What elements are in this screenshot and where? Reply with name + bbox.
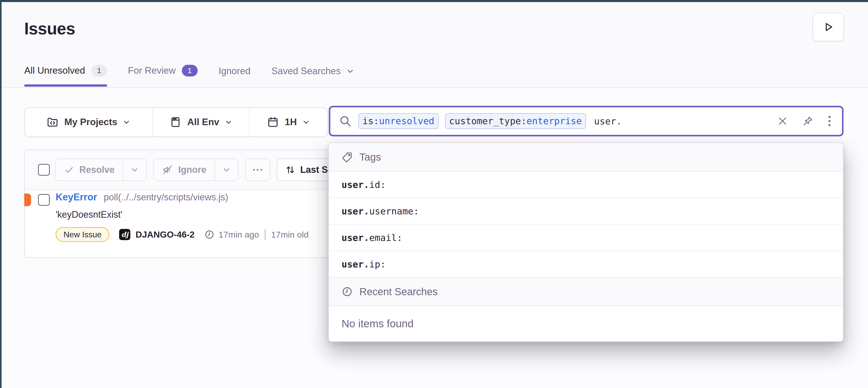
tab-label: Saved Searches (271, 66, 341, 76)
chevron-down-icon (224, 118, 232, 126)
ellipsis-icon (252, 168, 263, 171)
search-typed-text: user. (594, 116, 622, 126)
sort-arrows-icon (285, 164, 296, 175)
project-filter-dropdown[interactable]: My Projects (25, 108, 152, 136)
select-all-checkbox[interactable] (38, 164, 50, 176)
checkmark-icon (64, 165, 74, 175)
issue-select-checkbox[interactable] (38, 194, 50, 206)
page-header: Issues All Unresolved 1 For Review 1 Ign… (2, 2, 868, 88)
play-icon (822, 21, 834, 33)
page-title: Issues (24, 19, 75, 38)
chevron-down-icon (122, 118, 131, 126)
environment-filter-label: All Env (187, 117, 219, 127)
window-edge-left (0, 0, 2, 388)
tab-saved-searches[interactable]: Saved Searches (271, 66, 354, 88)
suggestion-rest: username: (369, 206, 419, 217)
environment-filter-dropdown[interactable]: All Env (152, 108, 250, 136)
meta-separator (265, 229, 266, 240)
recent-searches-label: Recent Searches (360, 286, 438, 297)
new-issue-badge: New Issue (56, 227, 110, 242)
suggestion-match: user. (342, 206, 369, 217)
token-value: unresolved (379, 116, 434, 126)
ignore-button-group: Ignore (153, 159, 239, 181)
tab-all-unresolved[interactable]: All Unresolved 1 (24, 65, 107, 88)
issue-short-id[interactable]: DJANGO-46-2 (135, 229, 194, 239)
tag-suggestion-user-username[interactable]: user.username: (329, 198, 843, 225)
tag-suggestion-user-ip[interactable]: user.ip: (329, 251, 843, 278)
active-tab-underline (24, 85, 107, 87)
suggestion-rest: email: (369, 232, 402, 243)
search-token-is-unresolved[interactable]: is:unresolved (359, 113, 438, 129)
search-icon (339, 115, 352, 127)
issue-culprit: poll(../../sentry/scripts/views.js) (104, 192, 228, 203)
issue-last-seen: 17min ago (219, 230, 259, 239)
issue-stream-tabs: All Unresolved 1 For Review 1 Ignored Sa… (24, 65, 354, 88)
clear-search-icon[interactable] (777, 116, 788, 126)
resolve-button[interactable]: Resolve (56, 159, 123, 181)
tab-for-review[interactable]: For Review 1 (128, 65, 198, 88)
django-project-icon: dj (119, 229, 130, 240)
issue-title-link[interactable]: KeyError (56, 192, 97, 203)
tag-icon (342, 152, 353, 163)
suggestion-match: user. (342, 232, 369, 243)
suggestion-match: user. (342, 180, 369, 190)
ignore-label: Ignore (178, 164, 206, 175)
tab-label: Ignored (219, 66, 251, 76)
chevron-down-icon (346, 67, 354, 75)
token-key: customer_type: (449, 116, 526, 126)
suggestion-match: user. (342, 259, 369, 269)
window-edge-top (0, 0, 868, 2)
tab-ignored[interactable]: Ignored (219, 66, 251, 88)
chevron-down-icon (302, 118, 310, 126)
calendar-icon (267, 116, 279, 128)
issue-age: 17min old (271, 230, 309, 239)
ignore-dropdown-caret[interactable] (215, 159, 238, 181)
resolve-label: Resolve (79, 164, 115, 175)
tab-count-badge: 1 (91, 65, 107, 76)
page-filter-bar: My Projects All Env (24, 107, 328, 137)
tags-header-label: Tags (360, 152, 381, 163)
search-token-customer-type[interactable]: customer_type:enterprise (445, 113, 586, 129)
clock-icon (204, 229, 215, 239)
kebab-menu-icon[interactable] (828, 116, 831, 127)
resolve-dropdown-caret[interactable] (123, 159, 146, 181)
tab-count-badge: 1 (182, 65, 198, 76)
tags-section-header: Tags (329, 143, 843, 171)
tag-suggestion-user-id[interactable]: user.id: (329, 171, 843, 198)
suggestion-rest: id: (369, 180, 386, 190)
error-level-indicator (24, 193, 31, 206)
token-key: is: (363, 116, 379, 126)
more-actions-button[interactable] (245, 159, 270, 181)
replay-tour-button[interactable] (813, 13, 844, 41)
ignore-button[interactable]: Ignore (154, 159, 215, 181)
recent-searches-section-header: Recent Searches (329, 278, 843, 306)
issue-search-input[interactable]: is:unresolved customer_type:enterprise u… (329, 106, 843, 136)
no-items-found-message: No items found (329, 306, 843, 341)
mute-icon (162, 164, 173, 175)
search-autocomplete-dropdown: Tags user.id: user.username: user.email:… (328, 142, 843, 342)
environment-icon (169, 116, 182, 128)
time-range-filter-dropdown[interactable]: 1H (250, 108, 327, 136)
clock-icon (342, 286, 353, 297)
issue-times: 17min ago 17min old (204, 229, 309, 240)
projects-icon (46, 116, 59, 128)
tab-label: All Unresolved (24, 65, 85, 76)
issues-page: Issues All Unresolved 1 For Review 1 Ign… (0, 0, 868, 388)
token-value: enterprise (526, 116, 582, 126)
resolve-button-group: Resolve (55, 159, 147, 181)
suggestion-rest: ip: (369, 259, 386, 269)
tab-label: For Review (128, 65, 176, 76)
tag-suggestion-user-email[interactable]: user.email: (329, 225, 843, 251)
search-actions (777, 116, 831, 127)
project-filter-label: My Projects (64, 117, 117, 127)
time-range-label: 1H (285, 117, 297, 127)
pin-search-icon[interactable] (802, 116, 813, 127)
